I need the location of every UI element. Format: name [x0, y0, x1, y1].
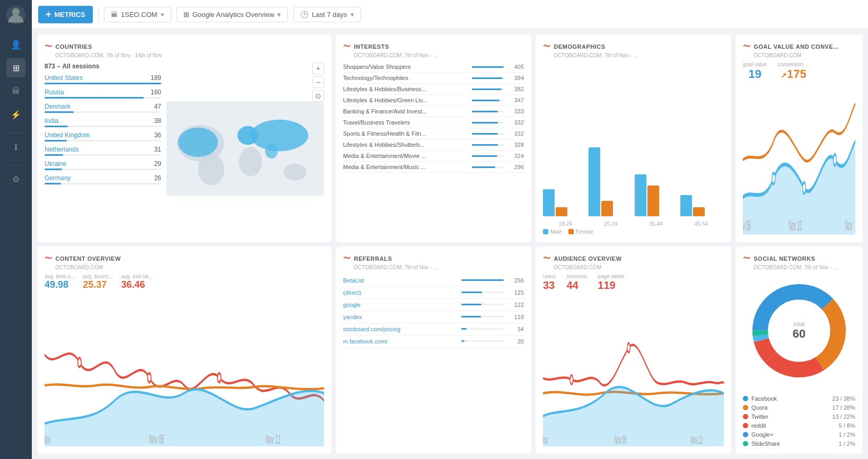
sidebar-item-info[interactable]: ℹ [6, 137, 25, 156]
interests-list: Shoppers/Value Shoppers 405 Technology/T… [343, 61, 524, 235]
country-bar-wrap [45, 111, 161, 113]
country-item: United Kingdom 36 [45, 131, 161, 142]
legend-val: 5 / 8% [839, 422, 855, 429]
interest-name: Technology/Technophiles [343, 75, 468, 81]
interest-item: Shoppers/Value Shoppers 405 [343, 61, 524, 73]
svg-point-9 [178, 128, 218, 157]
interest-name: Shoppers/Value Shoppers [343, 64, 468, 70]
referral-bar-wrap [461, 328, 504, 330]
map-controls: + − ⊙ [312, 63, 324, 102]
content-metric: avg. bounc... 25.37 [83, 273, 113, 290]
interest-bar [472, 66, 504, 68]
map-zoom-out[interactable]: − [312, 76, 324, 88]
map-zoom-in[interactable]: + [312, 63, 324, 74]
sidebar-item-lightning[interactable]: ⚡ [6, 105, 25, 124]
referrals-list: BetaList 256 (direct) 125 google 122 yan… [343, 275, 524, 447]
country-val: 29 [154, 160, 161, 167]
country-bar-wrap [45, 140, 161, 142]
social-legend-item: Twitter 13 / 22% [743, 413, 855, 420]
legend-name: Facebook [751, 395, 832, 402]
legend-val: 1 / 2% [839, 431, 855, 438]
referral-item: yandex 118 [343, 311, 524, 323]
content-metric: avg. exit rat... 36.46 [121, 273, 153, 290]
referral-bar-wrap [461, 304, 504, 305]
arrow-up-icon: ↗ [781, 71, 787, 80]
demo-legend: Male Female [543, 229, 724, 235]
country-val: 36 [154, 131, 161, 139]
svg-point-8 [284, 164, 307, 181]
country-item: Ukraine 29 [45, 160, 161, 170]
interest-val: 332 [508, 130, 524, 137]
interest-val: 382 [508, 86, 524, 92]
referral-bar [461, 304, 481, 305]
social-legend-item: SlideShare 1 / 2% [743, 440, 855, 447]
referrals-card: 〜 REFERRALS OCTOBOARD.COM, 7th of Nov - … [336, 246, 531, 454]
svg-text:Nov 11: Nov 11 [690, 432, 703, 446]
audience-metric-label: page views [598, 273, 624, 279]
sessions-label: 873 – All sessions [45, 63, 161, 70]
sidebar-item-user[interactable]: 👤 [6, 35, 25, 54]
interest-val: 332 [508, 119, 524, 126]
svg-point-22 [627, 343, 630, 352]
country-item: India 38 [45, 117, 161, 127]
timerange-dropdown[interactable]: 🕐 Last 7 days ▾ [293, 7, 361, 22]
social-card: 〜 SOCIAL NETWORKS OCTOBOARD.COM, 7th of … [735, 246, 863, 454]
goal-chart-svg: v 06 Nov 10 Nov [743, 85, 855, 235]
social-legend-item: Quora 17 / 28% [743, 404, 855, 411]
svg-point-23 [570, 375, 573, 384]
svg-point-6 [250, 120, 308, 151]
referral-name: m.facebook.com/ [343, 338, 457, 345]
country-name: Netherlands [45, 146, 79, 153]
countries-icon: 〜 [45, 42, 52, 51]
metrics-button[interactable]: + METRICS [38, 6, 93, 23]
svg-text:lov: lov [45, 432, 50, 446]
demo-bar-orange [556, 207, 567, 216]
country-val: 189 [151, 74, 161, 82]
referral-item: (direct) 125 [343, 287, 524, 299]
topbar-separator [98, 6, 99, 22]
country-bar [45, 83, 161, 84]
demo-label: 45-54 [695, 221, 708, 227]
goal-title: GOAL VALUE AND CONVE... [754, 43, 839, 50]
interest-bar-wrap [472, 66, 504, 68]
sidebar-item-building[interactable]: 🏛 [6, 82, 25, 101]
clock-icon: 🕐 [300, 11, 309, 19]
interest-bar-wrap [472, 100, 504, 101]
interest-bar [472, 144, 498, 146]
country-name: Ukraine [45, 160, 66, 167]
country-val: 47 [154, 103, 161, 110]
legend-name: reddit [751, 422, 839, 429]
demo-bar-blue [635, 174, 646, 216]
demo-legend-blue: Male [543, 229, 562, 235]
legend-name: Twitter [751, 413, 832, 420]
map-reset[interactable]: ⊙ [312, 90, 324, 102]
donut-center: total 60 [793, 321, 805, 341]
referral-val: 125 [508, 289, 524, 296]
demographics-subtitle: OCTOBOARD.COM, 7th of Nov - ... [554, 52, 724, 58]
interest-bar [472, 77, 503, 79]
interest-name: Banking & Finance/Avid Invest... [343, 108, 468, 114]
goal-icon: 〜 [743, 42, 751, 51]
interest-name: Lifestyles & Hobbies/Business... [343, 86, 468, 92]
total-label: total [793, 321, 805, 327]
referral-bar [461, 328, 467, 330]
country-bar [45, 154, 63, 156]
main-area: + METRICS 🏛 1SEO.COM ▾ ⊞ Google Analytic… [32, 0, 868, 459]
referrals-subtitle: OCTOBOARD.COM, 7th of Nov - ... [354, 264, 524, 270]
social-legend: Facebook 23 / 38% Quora 17 / 28% Twitter… [743, 395, 855, 449]
interest-item: Lifestyles & Hobbies/Business... 382 [343, 84, 524, 95]
site-dropdown[interactable]: 🏛 1SEO.COM ▾ [104, 7, 171, 22]
legend-val: 23 / 38% [832, 395, 855, 402]
demo-legend-orange: Female [568, 229, 593, 235]
referral-bar [461, 279, 504, 281]
referral-item: octoboard.com/pricing 34 [343, 323, 524, 336]
demo-bar-orange [693, 207, 705, 216]
sidebar-item-dashboard[interactable]: ⊞ [6, 58, 25, 77]
audience-metrics: users 33 sessions 44 page views 119 [543, 273, 724, 292]
conversion-value: ↗175 [778, 67, 809, 81]
dashboard-dropdown[interactable]: ⊞ Google Analytics Overview ▾ [177, 7, 288, 22]
referral-bar [461, 316, 481, 317]
svg-point-12 [834, 154, 837, 165]
sidebar-item-settings[interactable]: ⚙ [6, 170, 25, 189]
interest-val: 328 [508, 142, 524, 148]
